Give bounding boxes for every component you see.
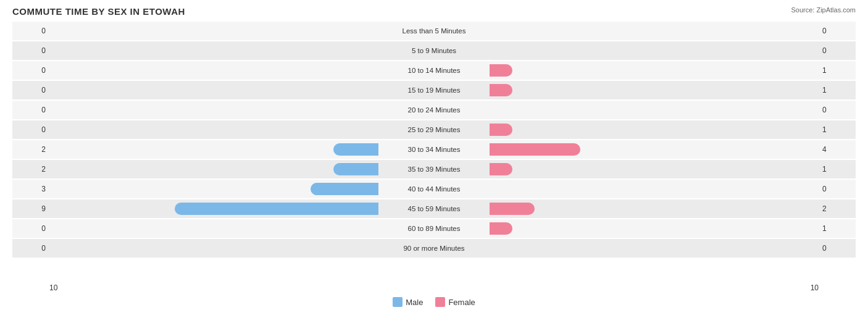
female-value: 0 <box>819 106 856 114</box>
female-value: 1 <box>819 165 856 174</box>
row-label: 90 or more Minutes <box>378 245 490 252</box>
legend-female: Female <box>435 297 475 307</box>
female-bar <box>490 163 512 175</box>
female-value: 1 <box>819 86 856 94</box>
table-row: 0 10 to 14 Minutes 1 <box>12 61 856 80</box>
row-label: 60 to 89 Minutes <box>378 225 490 232</box>
female-value: 1 <box>819 66 856 75</box>
bars-wrapper: 90 or more Minutes <box>49 239 819 258</box>
male-bar-container <box>162 143 378 156</box>
male-value: 2 <box>12 145 49 154</box>
row-label: 20 to 24 Minutes <box>378 106 490 114</box>
female-bar <box>490 143 580 156</box>
male-value: 0 <box>12 46 49 55</box>
table-row: 0 20 to 24 Minutes 0 <box>12 101 856 119</box>
row-label: 10 to 14 Minutes <box>378 67 490 74</box>
male-bar <box>333 143 378 156</box>
male-value: 0 <box>12 224 49 233</box>
table-row: 0 5 to 9 Minutes 0 <box>12 41 856 60</box>
legend: Male Female <box>12 297 856 307</box>
female-value: 1 <box>819 224 856 233</box>
female-bar <box>490 64 512 77</box>
female-bar-container <box>490 203 706 215</box>
female-bar-container <box>490 84 706 96</box>
female-bar-container <box>490 143 706 156</box>
x-axis-min: 10 <box>49 283 57 292</box>
legend-female-box <box>435 297 445 307</box>
female-value: 2 <box>819 204 856 213</box>
row-label: 45 to 59 Minutes <box>378 205 490 212</box>
x-axis: 10 10 <box>12 283 856 292</box>
female-bar <box>490 203 535 215</box>
female-value: 1 <box>819 125 856 134</box>
female-bar-container <box>490 163 706 175</box>
bars-wrapper: 45 to 59 Minutes <box>49 199 819 218</box>
bars-wrapper: 40 to 44 Minutes <box>49 180 819 198</box>
male-bar <box>311 183 378 195</box>
row-label: 5 to 9 Minutes <box>378 47 490 54</box>
bars-wrapper: 60 to 89 Minutes <box>49 219 819 238</box>
female-value: 0 <box>819 185 856 193</box>
female-bar-container <box>490 124 706 136</box>
chart-container: COMMUTE TIME BY SEX IN ETOWAH Source: Zi… <box>0 0 868 323</box>
male-value: 9 <box>12 204 49 213</box>
legend-female-label: Female <box>448 298 475 307</box>
male-value: 0 <box>12 86 49 94</box>
bars-wrapper: 25 to 29 Minutes <box>49 120 819 139</box>
table-row: 0 25 to 29 Minutes 1 <box>12 120 856 139</box>
chart-title: COMMUTE TIME BY SEX IN ETOWAH <box>12 6 856 17</box>
row-label: Less than 5 Minutes <box>378 27 490 35</box>
table-row: 0 15 to 19 Minutes 1 <box>12 81 856 99</box>
male-value: 0 <box>12 27 49 35</box>
female-bar <box>490 222 512 235</box>
female-value: 0 <box>819 27 856 35</box>
table-row: 0 60 to 89 Minutes 1 <box>12 219 856 238</box>
male-value: 0 <box>12 106 49 114</box>
male-value: 0 <box>12 66 49 75</box>
bars-wrapper: 20 to 24 Minutes <box>49 101 819 119</box>
male-bar-container <box>162 203 378 215</box>
female-value: 0 <box>819 46 856 55</box>
female-bar-container <box>490 222 706 235</box>
female-value: 4 <box>819 145 856 154</box>
male-bar <box>175 203 378 215</box>
female-bar-container <box>490 64 706 77</box>
male-value: 0 <box>12 125 49 134</box>
bars-wrapper: 10 to 14 Minutes <box>49 61 819 80</box>
table-row: 0 90 or more Minutes 0 <box>12 239 856 258</box>
row-label: 15 to 19 Minutes <box>378 86 490 94</box>
male-bar <box>333 163 378 175</box>
male-value: 2 <box>12 165 49 174</box>
female-bar <box>490 84 512 96</box>
bars-wrapper: 35 to 39 Minutes <box>49 160 819 178</box>
chart-area: 0 Less than 5 Minutes 0 0 5 to 9 Minutes… <box>12 22 856 281</box>
male-bar-container <box>162 183 378 195</box>
row-label: 25 to 29 Minutes <box>378 126 490 133</box>
bars-wrapper: 5 to 9 Minutes <box>49 41 819 60</box>
table-row: 3 40 to 44 Minutes 0 <box>12 180 856 198</box>
female-bar <box>490 124 512 136</box>
table-row: 0 Less than 5 Minutes 0 <box>12 22 856 40</box>
x-axis-max: 10 <box>811 283 819 292</box>
row-label: 30 to 34 Minutes <box>378 146 490 153</box>
row-label: 35 to 39 Minutes <box>378 166 490 173</box>
legend-male: Male <box>393 297 423 307</box>
male-value: 0 <box>12 244 49 253</box>
legend-male-box <box>393 297 403 307</box>
bars-wrapper: 15 to 19 Minutes <box>49 81 819 99</box>
table-row: 2 30 to 34 Minutes 4 <box>12 140 856 159</box>
table-row: 2 35 to 39 Minutes 1 <box>12 160 856 178</box>
male-value: 3 <box>12 185 49 193</box>
table-row: 9 45 to 59 Minutes 2 <box>12 199 856 218</box>
bars-wrapper: 30 to 34 Minutes <box>49 140 819 159</box>
row-label: 40 to 44 Minutes <box>378 185 490 193</box>
legend-male-label: Male <box>406 298 423 307</box>
source-label: Source: ZipAtlas.com <box>791 6 856 14</box>
male-bar-container <box>162 163 378 175</box>
bars-wrapper: Less than 5 Minutes <box>49 22 819 40</box>
female-value: 0 <box>819 244 856 253</box>
